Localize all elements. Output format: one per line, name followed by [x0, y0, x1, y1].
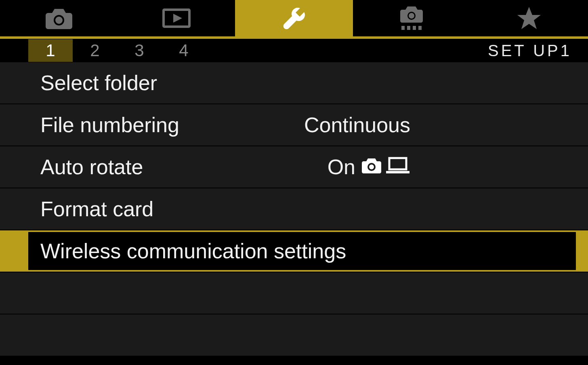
- menu-item-label: Select folder: [40, 71, 157, 95]
- svg-rect-7: [407, 26, 410, 30]
- tab-setup[interactable]: [235, 0, 353, 36]
- wrench-icon: [282, 6, 306, 30]
- menu-item-value-text: On: [328, 155, 355, 179]
- menu-item-value: On: [328, 155, 410, 179]
- camera-menu-screen: 1 2 3 4 SET UP1 Select folder File numbe…: [0, 0, 588, 365]
- svg-point-12: [369, 165, 374, 169]
- page-tab-label: 4: [179, 41, 188, 60]
- star-icon: [517, 6, 542, 30]
- menu-item-file-numbering[interactable]: File numbering Continuous: [0, 104, 588, 146]
- menu-item-empty: [0, 272, 588, 314]
- page-tab-label: 2: [90, 41, 99, 60]
- tab-shooting[interactable]: [0, 0, 118, 36]
- menu-item-auto-rotate[interactable]: Auto rotate On: [0, 146, 588, 188]
- svg-rect-13: [389, 158, 406, 169]
- menu-item-label: Wireless communication settings: [40, 239, 346, 263]
- svg-rect-6: [401, 26, 405, 30]
- menu-item-value: Continuous: [304, 113, 410, 137]
- menu-item-empty: [0, 314, 588, 357]
- menu-item-format-card[interactable]: Format card: [0, 188, 588, 230]
- menu-item-select-folder[interactable]: Select folder: [0, 62, 588, 104]
- page-tab-label: 3: [134, 41, 144, 60]
- page-section-title: SET UP1: [488, 42, 572, 60]
- play-icon: [162, 8, 191, 28]
- menu-item-label: Auto rotate: [40, 155, 143, 179]
- page-tab-2[interactable]: 2: [73, 39, 117, 62]
- svg-rect-9: [418, 26, 422, 30]
- camera-icon: [44, 7, 74, 29]
- page-tab-3[interactable]: 3: [117, 39, 162, 62]
- camera-icon: [360, 155, 383, 179]
- svg-rect-8: [413, 26, 416, 30]
- menu-item-label: File numbering: [40, 113, 179, 137]
- main-tab-bar: [0, 0, 588, 39]
- page-tab-4[interactable]: 4: [162, 39, 206, 62]
- page-tab-bar: 1 2 3 4 SET UP1: [0, 39, 588, 62]
- tab-mymenu[interactable]: [470, 0, 588, 36]
- menu-item-label: Format card: [40, 197, 153, 221]
- svg-point-1: [55, 17, 63, 24]
- svg-marker-10: [517, 7, 541, 29]
- tab-custom-functions[interactable]: [353, 0, 470, 36]
- laptop-icon: [385, 155, 410, 179]
- svg-rect-14: [386, 171, 410, 173]
- svg-point-5: [409, 13, 414, 19]
- camera-bars-icon: [397, 6, 426, 31]
- menu-item-selected-inner: Wireless communication settings: [28, 232, 576, 270]
- menu-item-wireless-communication[interactable]: Wireless communication settings: [0, 230, 588, 272]
- page-tab-1[interactable]: 1: [28, 39, 73, 62]
- svg-marker-3: [173, 14, 182, 23]
- page-tab-label: 1: [46, 41, 55, 60]
- menu-list: Select folder File numbering Continuous …: [0, 62, 588, 365]
- tab-playback[interactable]: [118, 0, 235, 36]
